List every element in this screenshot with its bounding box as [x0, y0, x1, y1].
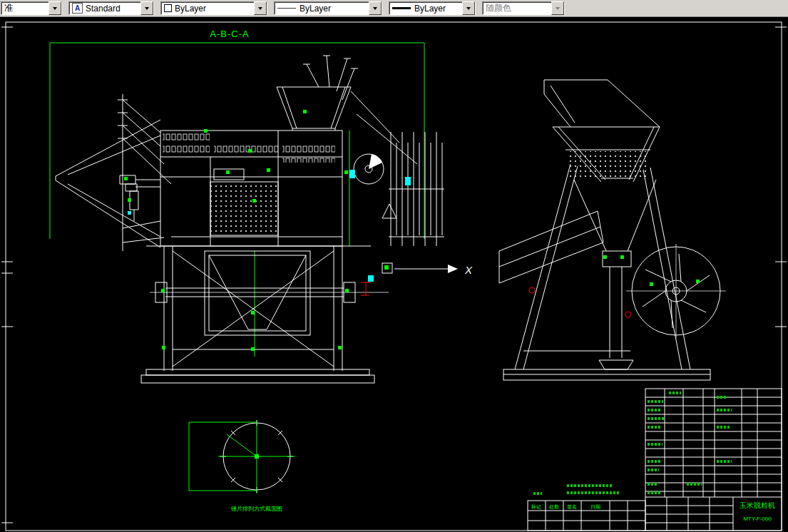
frame-legs-base	[141, 246, 374, 383]
revision-label: 处数	[549, 504, 560, 510]
linetype-combo[interactable]: ByLayer	[274, 1, 382, 15]
side-funnel-throat	[574, 180, 656, 369]
revision-label: 标记	[531, 504, 541, 510]
revision-label: 日期	[590, 504, 600, 510]
main-front-view	[50, 43, 458, 383]
pulley	[354, 154, 384, 184]
axis-arrow	[382, 263, 458, 273]
color-combo-value: ByLayer	[175, 4, 254, 14]
vent-slots-middle	[214, 145, 278, 154]
object-properties-toolbar: 准 A Standard ByLayer ByLayer ByLayer 随颜色	[0, 0, 788, 17]
text-style-combo[interactable]: A Standard	[68, 1, 154, 15]
vent-slots-left	[163, 131, 210, 153]
drawing-canvas[interactable]: A-B-C-A X 锤片排列方式截面图 玉米脱粒机 MTY-F-000 标记 处…	[0, 17, 788, 532]
color-combo-arrow[interactable]	[254, 1, 267, 15]
text-style-combo-value: Standard	[86, 4, 140, 14]
lineweight-sample-icon	[392, 7, 411, 9]
lineweight-combo-value: ByLayer	[414, 4, 462, 14]
hopper-grate-hatch	[568, 151, 648, 177]
section-label: A-B-C-A	[210, 29, 249, 39]
color-swatch-icon	[164, 4, 172, 12]
title-block	[645, 389, 782, 531]
lineweight-combo-arrow[interactable]	[462, 1, 475, 15]
perforated-plate	[211, 183, 277, 235]
chevron-down-icon	[466, 7, 471, 10]
side-discharge-chute	[499, 211, 603, 283]
side-view	[499, 80, 726, 380]
detail-view	[189, 420, 295, 493]
chevron-down-icon	[258, 7, 262, 10]
plot-style-combo: 随颜色	[482, 1, 565, 15]
sieve-section	[382, 132, 444, 246]
detail-caption: 锤片排列方式截面图	[230, 506, 282, 512]
linetype-combo-arrow[interactable]	[369, 1, 382, 15]
axis-label: X	[464, 264, 473, 276]
green-centerlines	[255, 131, 349, 357]
fan-wheel	[626, 244, 726, 338]
titleblock-title: 玉米脱粒机	[740, 501, 775, 509]
sheet-frame	[1, 22, 787, 531]
revision-label: 签名	[567, 504, 577, 510]
text-style-combo-arrow[interactable]	[140, 1, 153, 15]
chevron-down-icon	[145, 7, 149, 10]
color-combo[interactable]: ByLayer	[160, 1, 267, 15]
text-style-icon: A	[72, 3, 83, 14]
feed-hopper	[277, 87, 351, 131]
left-bearing-bracket	[120, 175, 160, 221]
chevron-down-icon	[556, 7, 560, 10]
linetype-sample-icon	[277, 8, 296, 9]
vent-slots-right	[282, 141, 335, 163]
lineweight-combo[interactable]: ByLayer	[389, 1, 476, 15]
titleblock-drawing-no: MTY-F-000	[743, 516, 772, 522]
table-text-marks	[533, 393, 732, 493]
chevron-down-icon	[373, 7, 377, 10]
plot-style-combo-value: 随颜色	[486, 2, 551, 14]
plot-style-combo-arrow	[551, 1, 564, 15]
revision-strip	[528, 501, 645, 531]
shaft-assembly	[150, 282, 389, 302]
layer-combo-arrow[interactable]	[48, 1, 61, 15]
left-funnel	[56, 120, 160, 247]
chevron-down-icon	[53, 7, 57, 10]
linetype-combo-value: ByLayer	[300, 4, 369, 14]
layer-combo-value: 准	[4, 2, 48, 14]
arrowhead-icon	[448, 265, 458, 273]
side-base	[503, 369, 710, 380]
warning-marks	[361, 282, 631, 317]
discharge-hopper	[205, 251, 310, 335]
cad-drawing: A-B-C-A X 锤片排列方式截面图 玉米脱粒机 MTY-F-000 标记 处…	[0, 17, 788, 532]
layer-combo[interactable]: 准	[1, 1, 62, 15]
